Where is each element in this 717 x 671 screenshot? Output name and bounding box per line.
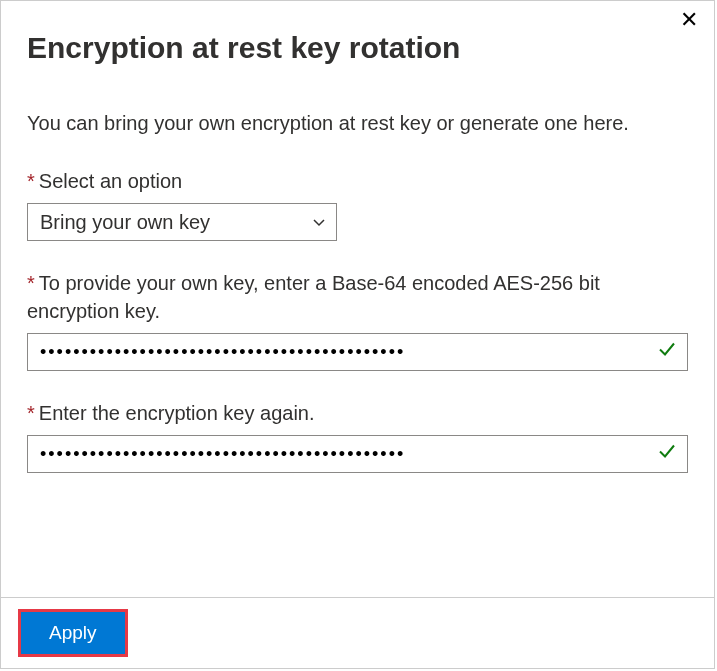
required-indicator: * [27, 272, 35, 294]
dialog-description: You can bring your own encryption at res… [27, 109, 688, 137]
required-indicator: * [27, 170, 35, 192]
close-icon: ✕ [680, 7, 698, 32]
encryption-rotation-dialog: ✕ Encryption at rest key rotation You ca… [0, 0, 715, 669]
encryption-key-confirm-input[interactable] [27, 435, 688, 473]
required-indicator: * [27, 402, 35, 424]
key-label: *To provide your own key, enter a Base-6… [27, 269, 688, 325]
encryption-key-input[interactable] [27, 333, 688, 371]
key-confirm-label: *Enter the encryption key again. [27, 399, 688, 427]
key-input-wrapper [27, 333, 688, 371]
apply-button[interactable]: Apply [21, 612, 125, 654]
close-button[interactable]: ✕ [674, 7, 704, 33]
key-confirm-input-wrapper [27, 435, 688, 473]
option-select-wrapper: Bring your own key [27, 203, 337, 241]
dialog-footer: Apply [1, 597, 714, 668]
option-label: *Select an option [27, 167, 688, 195]
option-field-group: *Select an option Bring your own key [27, 167, 688, 241]
key-field-group: *To provide your own key, enter a Base-6… [27, 269, 688, 371]
option-select[interactable]: Bring your own key [27, 203, 337, 241]
key-confirm-field-group: *Enter the encryption key again. [27, 399, 688, 473]
dialog-content: Encryption at rest key rotation You can … [1, 1, 714, 597]
dialog-title: Encryption at rest key rotation [27, 31, 688, 65]
